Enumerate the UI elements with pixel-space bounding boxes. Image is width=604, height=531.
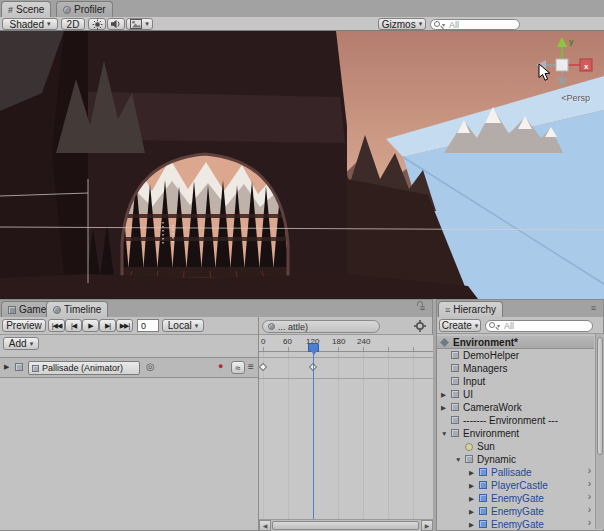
hierarchy-item-enemygate-3[interactable]: ▶ EnemyGate › — [437, 518, 594, 531]
search-filter-chevron-icon: ▾ — [497, 322, 500, 329]
expander-expanded-icon[interactable]: ▼ — [455, 456, 461, 463]
go-to-end-button[interactable]: ▶▶| — [116, 319, 133, 332]
unity-editor-window: # Scene Profiler Shaded ▾ 2D — [0, 0, 604, 531]
timeline-header-splitter[interactable] — [258, 317, 259, 530]
tab-timeline[interactable]: Timeline — [46, 301, 108, 317]
hierarchy-scene-row[interactable]: Environment* — [437, 336, 594, 349]
hierarchy-item-sun[interactable]: Sun — [437, 440, 594, 453]
timeline-asset-breadcrumb[interactable]: ... attle) — [262, 320, 380, 333]
item-label: Pallisade — [491, 467, 532, 478]
prefab-icon — [479, 507, 487, 515]
tab-profiler[interactable]: Profiler — [56, 1, 113, 17]
prefab-open-arrow[interactable]: › — [588, 478, 591, 489]
gizmos-dropdown[interactable]: Gizmos ▾ — [378, 18, 426, 30]
expander-collapsed-icon[interactable]: ▶ — [469, 495, 474, 503]
hierarchy-item-playercastle[interactable]: ▶ PlayerCastle › — [437, 479, 594, 492]
hierarchy-vscrollbar[interactable] — [595, 334, 604, 529]
expander-collapsed-icon[interactable]: ▶ — [469, 521, 474, 529]
hierarchy-item-input[interactable]: Input — [437, 375, 594, 388]
prefab-open-arrow[interactable]: › — [588, 517, 591, 528]
next-frame-button[interactable]: ▶| — [99, 319, 116, 332]
expander-collapsed-icon[interactable]: ▶ — [469, 508, 474, 516]
track-gizmo-toggle-icon[interactable]: ◎ — [146, 361, 155, 372]
search-icon — [489, 322, 495, 328]
tab-scene[interactable]: # Scene — [1, 1, 51, 17]
shading-mode-label: Shaded — [10, 19, 44, 30]
go-to-start-button[interactable]: |◀◀ — [48, 319, 65, 332]
preview-toggle-button[interactable]: Preview — [2, 319, 46, 332]
shading-mode-dropdown[interactable]: Shaded ▾ — [2, 18, 58, 30]
gameobject-icon — [451, 377, 459, 385]
current-frame-input[interactable] — [137, 319, 159, 332]
search-filter-chevron-icon: ▾ — [442, 21, 445, 28]
add-track-button[interactable]: Add ▾ — [3, 337, 39, 350]
panel-menu-icon[interactable]: ≡ — [591, 304, 596, 312]
hierarchy-item-camerawork[interactable]: ▶ CameraWork — [437, 401, 594, 414]
gameobject-icon — [451, 429, 459, 437]
playhead-handle[interactable] — [308, 343, 319, 352]
profiler-tab-icon — [63, 6, 71, 14]
search-icon — [434, 21, 440, 27]
gizmos-label: Gizmos — [382, 19, 416, 30]
scroll-left-button[interactable]: ◀ — [259, 520, 271, 531]
track-binding-label: Pallisade (Animator) — [42, 363, 123, 373]
y-axis-label: y — [569, 37, 574, 46]
track-divider-line — [259, 378, 433, 379]
expander-collapsed-icon[interactable]: ▶ — [469, 482, 474, 490]
2d-toggle-label: 2D — [67, 19, 80, 30]
hierarchy-item-enemygate-2[interactable]: ▶ EnemyGate › — [437, 505, 594, 518]
create-dropdown-button[interactable]: Create ▾ — [439, 319, 481, 332]
scene-search-field[interactable]: ▾ — [430, 19, 520, 30]
2d-toggle-button[interactable]: 2D — [61, 18, 85, 30]
hierarchy-item-pallisade[interactable]: ▶ Pallisade › — [437, 466, 594, 479]
timeline-hscrollbar[interactable]: ◀ ▶ — [259, 519, 433, 531]
scene-viewport[interactable]: y x <Persp — [0, 31, 604, 299]
track-binding-field[interactable]: Pallisade (Animator) — [28, 361, 140, 375]
scene-audio-toggle[interactable] — [107, 18, 125, 30]
ruler-tick: 240 — [357, 337, 370, 346]
scroll-right-button[interactable]: ▶ — [421, 520, 433, 531]
gameobject-icon — [451, 403, 459, 411]
y-axis-arrow-icon — [557, 37, 567, 47]
x-axis-label: x — [584, 62, 589, 71]
expander-collapsed-icon[interactable]: ▶ — [441, 391, 446, 399]
gameobject-icon — [451, 351, 459, 359]
timeline-track-pallisade[interactable]: ▶ Pallisade (Animator) ◎ ● ≈ ≡ — [0, 357, 258, 378]
scene-asset-icon — [440, 338, 449, 347]
scene-lighting-toggle[interactable] — [88, 18, 106, 30]
add-track-label: Add — [9, 338, 27, 349]
curves-icon: ≈ — [236, 363, 241, 373]
reference-mode-dropdown[interactable]: Local ▾ — [162, 319, 204, 332]
tab-hierarchy[interactable]: ≡ Hierarchy — [438, 301, 503, 317]
prefab-open-arrow[interactable]: › — [588, 491, 591, 502]
expander-expanded-icon[interactable]: ▼ — [441, 430, 447, 437]
hierarchy-item-environment-separator[interactable]: ------- Environment --- — [437, 414, 594, 427]
item-label: ------- Environment --- — [463, 415, 558, 426]
hierarchy-item-demohelper[interactable]: DemoHelper — [437, 349, 594, 362]
hscrollbar-thumb[interactable] — [272, 521, 419, 530]
prefab-open-arrow[interactable]: › — [588, 504, 591, 515]
hierarchy-item-managers[interactable]: Managers — [437, 362, 594, 375]
record-button[interactable]: ● — [218, 361, 223, 371]
previous-frame-button[interactable]: |◀ — [65, 319, 82, 332]
expander-collapsed-icon[interactable]: ▶ — [469, 469, 474, 477]
perspective-mode-label[interactable]: <Persp — [561, 93, 590, 103]
hierarchy-item-environment[interactable]: ▼ Environment — [437, 427, 594, 440]
vscrollbar-thumb[interactable] — [597, 337, 603, 455]
scene-effects-dropdown[interactable]: ▾ — [126, 18, 153, 30]
timeline-time-ruler[interactable]: 0 60 120 180 240 — [259, 335, 433, 352]
curves-view-button[interactable]: ≈ — [231, 361, 245, 374]
expander-collapsed-icon[interactable]: ▶ — [441, 404, 446, 412]
hierarchy-item-dynamic[interactable]: ▼ Dynamic — [437, 453, 594, 466]
hierarchy-search-input[interactable] — [485, 320, 593, 332]
prefab-open-arrow[interactable]: › — [588, 465, 591, 476]
timeline-settings-gear-icon[interactable] — [414, 320, 426, 332]
scroll-left-icon: ◀ — [263, 522, 268, 529]
play-button[interactable]: ▶ — [82, 319, 99, 332]
hierarchy-item-ui[interactable]: ▶ UI — [437, 388, 594, 401]
hierarchy-item-enemygate-1[interactable]: ▶ EnemyGate › — [437, 492, 594, 505]
hierarchy-search-field[interactable]: ▾ — [485, 320, 593, 332]
track-menu-icon[interactable]: ≡ — [248, 361, 254, 372]
track-fold-icon[interactable]: ▶ — [4, 363, 9, 371]
negative-y-axis-arrow-icon — [557, 78, 567, 87]
